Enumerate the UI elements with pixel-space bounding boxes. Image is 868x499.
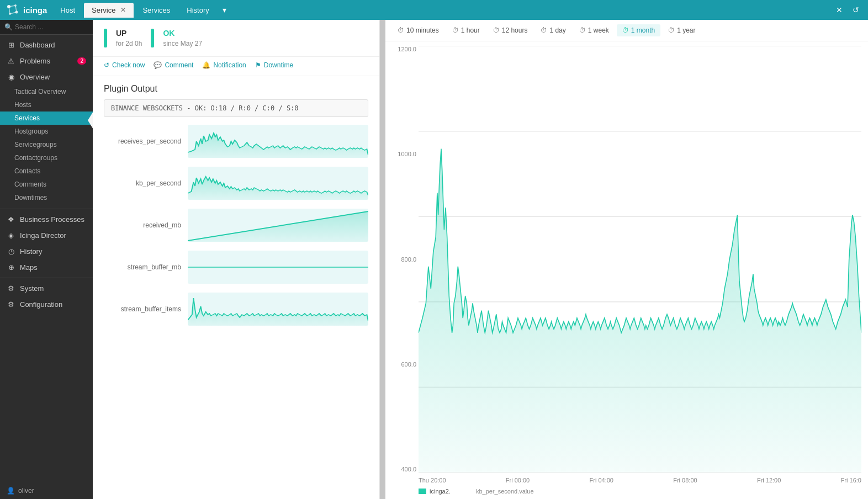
tab-host[interactable]: Host bbox=[52, 3, 83, 18]
sparkline-receives[interactable] bbox=[188, 125, 368, 158]
status-info-up: UP for 2d 0h bbox=[116, 29, 142, 47]
chart-stream-buffer-mb: stream_buffer_mb bbox=[104, 251, 368, 284]
main-layout: 🔍 ✕ ⊞ Dashboard ⚠ Problems 2 ◉ Overview … bbox=[0, 20, 868, 499]
problems-badge: 2 bbox=[77, 57, 86, 65]
history-icon: ◷ bbox=[7, 247, 15, 256]
close-tab-service-icon[interactable]: ✕ bbox=[120, 6, 126, 14]
sparkline-kb[interactable] bbox=[188, 167, 368, 200]
sidebar-item-business-processes[interactable]: ❖ Business Processes bbox=[0, 211, 93, 227]
legend-color-swatch bbox=[419, 489, 426, 494]
user-section[interactable]: 👤 oliver bbox=[0, 482, 93, 499]
tab-history[interactable]: History bbox=[179, 3, 216, 18]
sidebar-item-dashboard[interactable]: ⊞ Dashboard bbox=[0, 37, 93, 53]
y-label-800: 800.0 bbox=[392, 256, 419, 263]
clock-icon-12hr: ⏱ bbox=[493, 26, 500, 34]
right-panel: ⏱ 10 minutes ⏱ 1 hour ⏱ 12 hours ⏱ 1 day… bbox=[385, 20, 868, 499]
downtime-button[interactable]: ⚑ Downtime bbox=[255, 61, 293, 69]
main-chart-svg-container bbox=[419, 46, 861, 473]
check-now-button[interactable]: ↺ Check now bbox=[104, 61, 145, 69]
sidebar-item-hosts[interactable]: Hosts bbox=[0, 98, 93, 112]
sidebar-item-services[interactable]: Services bbox=[0, 112, 93, 125]
sidebar-item-servicegroups[interactable]: Servicegroups bbox=[0, 138, 93, 151]
x-label-fri0400: Fri 04:00 bbox=[590, 477, 613, 484]
sparklines-section: receives_per_second kb_per_second bbox=[93, 125, 379, 346]
chart-receives-per-second: receives_per_second bbox=[104, 125, 368, 158]
sidebar-item-overview[interactable]: ◉ Overview bbox=[0, 69, 93, 85]
time-btn-1hr[interactable]: ⏱ 1 hour bbox=[447, 24, 485, 36]
close-button[interactable]: ✕ bbox=[832, 3, 847, 17]
sidebar-divider-2 bbox=[0, 278, 93, 278]
comment-button[interactable]: 💬 Comment bbox=[154, 61, 193, 69]
sidebar-item-icinga-director[interactable]: ◈ Icinga Director bbox=[0, 227, 93, 243]
sidebar-item-configuration[interactable]: ⚙ Configuration bbox=[0, 296, 93, 312]
sparkline-stream-buffer-mb[interactable] bbox=[188, 251, 368, 284]
time-btn-1year[interactable]: ⏱ 1 year bbox=[663, 24, 701, 36]
y-axis: 1200.0 1000.0 800.0 600.0 400.0 bbox=[392, 46, 419, 473]
chart-legend: icinga2. kb_per_second.value bbox=[419, 488, 534, 495]
search-bar[interactable]: 🔍 ✕ bbox=[0, 20, 93, 35]
sidebar-item-contacts[interactable]: Contacts bbox=[0, 164, 93, 178]
sidebar-item-problems[interactable]: ⚠ Problems 2 bbox=[0, 53, 93, 69]
status-area: UP for 2d 0h OK since May 27 bbox=[93, 20, 379, 57]
chart-label-stream-buffer-items: stream_buffer_items bbox=[104, 305, 181, 313]
main-chart-wrapper: 1200.0 1000.0 800.0 600.0 400.0 bbox=[392, 46, 861, 495]
sidebar-item-system[interactable]: ⚙ System bbox=[0, 280, 93, 296]
x-label-fri1200: Fri 12:00 bbox=[757, 477, 781, 484]
system-icon: ⚙ bbox=[7, 284, 15, 293]
logo: icinga bbox=[4, 2, 47, 18]
refresh-icon: ↺ bbox=[104, 61, 109, 69]
chart-stream-buffer-items: stream_buffer_items bbox=[104, 293, 368, 326]
sidebar-item-contactgroups[interactable]: Contactgroups bbox=[0, 151, 93, 164]
overview-icon: ◉ bbox=[7, 73, 15, 81]
x-label-fri0800: Fri 08:00 bbox=[673, 477, 697, 484]
time-btn-10min[interactable]: ⏱ 10 minutes bbox=[392, 24, 444, 36]
content-area: UP for 2d 0h OK since May 27 ↺ Check now… bbox=[93, 20, 868, 499]
x-label-fri1600: Fri 16:0 bbox=[841, 477, 861, 484]
x-axis: Thu 20:00 Fri 00:00 Fri 04:00 Fri 08:00 … bbox=[419, 477, 861, 484]
tab-services[interactable]: Services bbox=[135, 3, 178, 18]
icinga-director-icon: ◈ bbox=[7, 231, 15, 240]
sidebar-item-history[interactable]: ◷ History bbox=[0, 243, 93, 259]
problems-icon: ⚠ bbox=[7, 57, 15, 65]
search-input[interactable] bbox=[15, 23, 93, 31]
chart-label-stream-buffer-mb: stream_buffer_mb bbox=[104, 263, 181, 271]
x-label-fri0000: Fri 00:00 bbox=[506, 477, 530, 484]
panel-divider[interactable] bbox=[380, 20, 385, 499]
left-panel: UP for 2d 0h OK since May 27 ↺ Check now… bbox=[93, 20, 380, 499]
time-btn-12hr[interactable]: ⏱ 12 hours bbox=[488, 24, 533, 36]
clock-icon-1hr: ⏱ bbox=[452, 26, 459, 34]
sidebar-item-comments[interactable]: Comments bbox=[0, 178, 93, 191]
plugin-output-text: BINANCE WEBSOCKETS - OK: O:18 / R:0 / C:… bbox=[104, 99, 368, 117]
time-btn-1week[interactable]: ⏱ 1 week bbox=[574, 24, 615, 36]
sparkline-received-mb[interactable] bbox=[188, 209, 368, 242]
sidebar-item-maps[interactable]: ⊕ Maps bbox=[0, 259, 93, 275]
refresh-button[interactable]: ↺ bbox=[848, 3, 864, 17]
legend-host-label: icinga2. bbox=[430, 488, 451, 495]
downtime-icon: ⚑ bbox=[255, 61, 261, 69]
top-nav: icinga Host Service ✕ Services History ▾… bbox=[0, 0, 868, 20]
legend-metric-label: kb_per_second.value bbox=[476, 488, 534, 495]
time-range-bar: ⏱ 10 minutes ⏱ 1 hour ⏱ 12 hours ⏱ 1 day… bbox=[385, 20, 868, 41]
sidebar-section-main: ⊞ Dashboard ⚠ Problems 2 ◉ Overview Tact… bbox=[0, 35, 93, 206]
status-bar-green bbox=[104, 29, 107, 47]
status-bar-ok bbox=[151, 29, 154, 47]
clock-icon-1year: ⏱ bbox=[668, 26, 675, 34]
search-icon: 🔍 bbox=[4, 23, 13, 31]
sidebar-item-tactical-overview[interactable]: Tactical Overview bbox=[0, 85, 93, 98]
sidebar-item-downtimes[interactable]: Downtimes bbox=[0, 191, 93, 204]
more-tabs-button[interactable]: ▾ bbox=[218, 3, 231, 17]
status-since: since May 27 bbox=[163, 40, 202, 47]
chart-label-kb: kb_per_second bbox=[104, 179, 181, 187]
notification-button[interactable]: 🔔 Notification bbox=[202, 61, 246, 69]
status-info-ok: OK since May 27 bbox=[163, 29, 202, 47]
comment-icon: 💬 bbox=[154, 61, 162, 69]
sidebar-item-hostgroups[interactable]: Hostgroups bbox=[0, 125, 93, 138]
tab-service[interactable]: Service ✕ bbox=[84, 3, 134, 18]
time-btn-1day[interactable]: ⏱ 1 day bbox=[535, 24, 571, 36]
time-btn-1month[interactable]: ⏱ 1 month bbox=[617, 24, 660, 36]
plugin-section: Plugin Output BINANCE WEBSOCKETS - OK: O… bbox=[93, 76, 379, 125]
clock-icon-1month: ⏱ bbox=[622, 26, 629, 34]
business-processes-icon: ❖ bbox=[7, 215, 15, 224]
sparkline-stream-buffer-items[interactable] bbox=[188, 293, 368, 326]
y-label-600: 600.0 bbox=[392, 361, 419, 368]
